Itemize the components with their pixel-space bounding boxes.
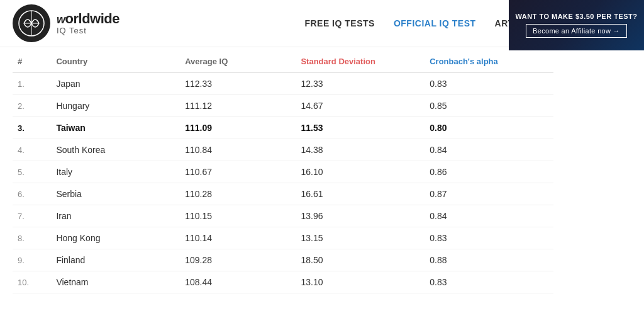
table-row: 6. Serbia 110.28 16.61 0.87 [13, 183, 553, 205]
row-avg-iq: 112.33 [180, 73, 296, 95]
row-sd: 13.15 [296, 227, 425, 249]
row-sd: 14.38 [296, 139, 425, 161]
table-row: 9. Finland 109.28 18.50 0.88 [13, 249, 553, 271]
row-country: Hong Kong [51, 227, 180, 249]
nav-free-iq[interactable]: FREE IQ TESTS [304, 18, 375, 28]
row-avg-iq: 110.15 [180, 205, 296, 227]
logo-text: worldwide IQ Test [57, 11, 119, 35]
row-num: 8. [13, 227, 51, 249]
row-country: Taiwan [51, 117, 180, 139]
row-country: Hungary [51, 95, 180, 117]
row-num: 6. [13, 183, 51, 205]
nav-official-iq[interactable]: OFFICIAL IQ TEST [394, 18, 476, 28]
logo[interactable]: worldwide IQ Test [13, 4, 119, 42]
table-row: 8. Hong Kong 110.14 13.15 0.83 [13, 227, 553, 249]
row-num: 5. [13, 161, 51, 183]
row-num: 9. [13, 249, 51, 271]
row-sd: 16.10 [296, 161, 425, 183]
ad-affiliate-button[interactable]: Become an Affiliate now → [526, 24, 627, 38]
row-country: Japan [51, 73, 180, 95]
logo-icon [13, 4, 50, 42]
row-country: Iran [51, 205, 180, 227]
row-country: Finland [51, 249, 180, 271]
row-sd: 14.67 [296, 95, 425, 117]
row-alpha: 0.83 [425, 73, 553, 95]
row-avg-iq: 110.67 [180, 161, 296, 183]
row-sd: 11.53 [296, 117, 425, 139]
row-avg-iq: 109.28 [180, 249, 296, 271]
table-row: 4. South Korea 110.84 14.38 0.84 [13, 139, 553, 161]
col-header-sd: Standard Deviation [296, 50, 425, 73]
logo-iq-test: IQ Test [57, 26, 119, 35]
table-row: 3. Taiwan 111.09 11.53 0.80 [13, 117, 553, 139]
table-row: 7. Iran 110.15 13.96 0.84 [13, 205, 553, 227]
rankings-table: # Country Average IQ Standard Deviation … [13, 50, 553, 293]
row-avg-iq: 108.44 [180, 271, 296, 293]
header: worldwide IQ Test FREE IQ TESTS OFFICIAL… [0, 0, 644, 47]
table-row: 5. Italy 110.67 16.10 0.86 [13, 161, 553, 183]
row-num: 3. [13, 117, 51, 139]
col-header-country: Country [51, 50, 180, 73]
row-sd: 12.33 [296, 73, 425, 95]
row-num: 4. [13, 139, 51, 161]
row-sd: 13.10 [296, 271, 425, 293]
table-body: 1. Japan 112.33 12.33 0.83 2. Hungary 11… [13, 73, 553, 293]
ad-top-text: WANT TO MAKE $3.50 PER TEST? [515, 13, 637, 20]
row-alpha: 0.84 [425, 139, 553, 161]
row-alpha: 0.80 [425, 117, 553, 139]
row-country: South Korea [51, 139, 180, 161]
table-row: 1. Japan 112.33 12.33 0.83 [13, 73, 553, 95]
row-num: 7. [13, 205, 51, 227]
row-alpha: 0.84 [425, 205, 553, 227]
col-header-avg: Average IQ [180, 50, 296, 73]
row-country: Vietnam [51, 271, 180, 293]
row-alpha: 0.83 [425, 271, 553, 293]
row-sd: 18.50 [296, 249, 425, 271]
row-alpha: 0.83 [425, 227, 553, 249]
ad-banner: WANT TO MAKE $3.50 PER TEST? Become an A… [509, 0, 644, 50]
row-num: 1. [13, 73, 51, 95]
row-avg-iq: 111.09 [180, 117, 296, 139]
row-alpha: 0.87 [425, 183, 553, 205]
rankings-table-container: # Country Average IQ Standard Deviation … [0, 50, 644, 293]
logo-worldwide: worldwide [57, 11, 119, 26]
row-sd: 13.96 [296, 205, 425, 227]
table-row: 2. Hungary 111.12 14.67 0.85 [13, 95, 553, 117]
table-header: # Country Average IQ Standard Deviation … [13, 50, 553, 73]
row-alpha: 0.86 [425, 161, 553, 183]
row-num: 10. [13, 271, 51, 293]
row-avg-iq: 111.12 [180, 95, 296, 117]
row-num: 2. [13, 95, 51, 117]
row-avg-iq: 110.14 [180, 227, 296, 249]
col-header-num: # [13, 50, 51, 73]
row-country: Serbia [51, 183, 180, 205]
row-avg-iq: 110.84 [180, 139, 296, 161]
table-row: 10. Vietnam 108.44 13.10 0.83 [13, 271, 553, 293]
row-sd: 16.61 [296, 183, 425, 205]
row-alpha: 0.88 [425, 249, 553, 271]
row-avg-iq: 110.28 [180, 183, 296, 205]
col-header-alpha: Cronbach's alpha [425, 50, 553, 73]
row-alpha: 0.85 [425, 95, 553, 117]
row-country: Italy [51, 161, 180, 183]
